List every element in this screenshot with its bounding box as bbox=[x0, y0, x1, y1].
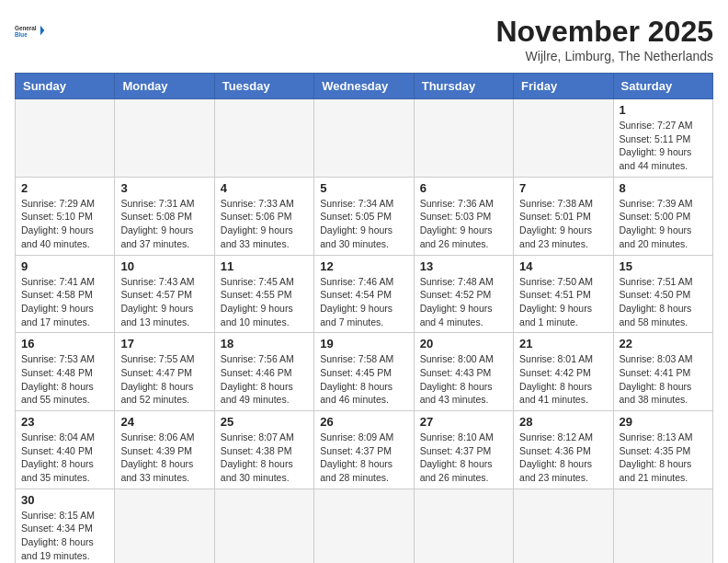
title-area: November 2025 Wijlre, Limburg, The Nethe… bbox=[495, 15, 713, 63]
day-23: 23 Sunrise: 8:04 AM Sunset: 4:40 PM Dayl… bbox=[16, 411, 115, 489]
day-9: 9 Sunrise: 7:41 AM Sunset: 4:58 PM Dayli… bbox=[16, 255, 115, 333]
day-27: 27 Sunrise: 8:10 AM Sunset: 4:37 PM Dayl… bbox=[414, 411, 513, 489]
empty-cell bbox=[514, 99, 613, 178]
header-thursday: Thursday bbox=[414, 74, 513, 99]
day-26: 26 Sunrise: 8:09 AM Sunset: 4:37 PM Dayl… bbox=[314, 411, 414, 489]
month-title: November 2025 bbox=[495, 15, 713, 49]
svg-marker-2 bbox=[40, 26, 45, 36]
day-17: 17 Sunrise: 7:55 AM Sunset: 4:47 PM Dayl… bbox=[115, 333, 214, 411]
day-18: 18 Sunrise: 7:56 AM Sunset: 4:46 PM Dayl… bbox=[214, 333, 313, 411]
location-subtitle: Wijlre, Limburg, The Netherlands bbox=[495, 49, 713, 63]
empty-cell bbox=[613, 488, 712, 563]
header-sunday: Sunday bbox=[16, 74, 115, 99]
day-28: 28 Sunrise: 8:12 AM Sunset: 4:36 PM Dayl… bbox=[514, 411, 613, 489]
day-20: 20 Sunrise: 8:00 AM Sunset: 4:43 PM Dayl… bbox=[414, 333, 513, 411]
day-5: 5 Sunrise: 7:34 AM Sunset: 5:05 PM Dayli… bbox=[314, 177, 414, 255]
day-3: 3 Sunrise: 7:31 AM Sunset: 5:08 PM Dayli… bbox=[115, 177, 214, 255]
empty-cell bbox=[115, 99, 214, 178]
day-8: 8 Sunrise: 7:39 AM Sunset: 5:00 PM Dayli… bbox=[613, 177, 712, 255]
calendar-row-2: 2 Sunrise: 7:29 AM Sunset: 5:10 PM Dayli… bbox=[16, 177, 713, 255]
day-16: 16 Sunrise: 7:53 AM Sunset: 4:48 PM Dayl… bbox=[16, 333, 115, 411]
day-10: 10 Sunrise: 7:43 AM Sunset: 4:57 PM Dayl… bbox=[115, 255, 214, 333]
day-7: 7 Sunrise: 7:38 AM Sunset: 5:01 PM Dayli… bbox=[514, 177, 613, 255]
empty-cell bbox=[214, 488, 313, 563]
calendar-header: GeneralBlue November 2025 Wijlre, Limbur… bbox=[15, 15, 713, 63]
day-21: 21 Sunrise: 8:01 AM Sunset: 4:42 PM Dayl… bbox=[514, 333, 613, 411]
empty-cell bbox=[16, 99, 115, 178]
day-30: 30 Sunrise: 8:15 AM Sunset: 4:34 PM Dayl… bbox=[16, 488, 115, 563]
svg-text:Blue: Blue bbox=[15, 31, 28, 38]
empty-cell bbox=[414, 488, 513, 563]
logo-icon: GeneralBlue bbox=[15, 15, 48, 48]
empty-cell bbox=[115, 488, 214, 563]
calendar-row-3: 9 Sunrise: 7:41 AM Sunset: 4:58 PM Dayli… bbox=[16, 255, 713, 333]
day-22: 22 Sunrise: 8:03 AM Sunset: 4:41 PM Dayl… bbox=[613, 333, 712, 411]
day-25: 25 Sunrise: 8:07 AM Sunset: 4:38 PM Dayl… bbox=[214, 411, 313, 489]
svg-text:General: General bbox=[15, 25, 37, 31]
day-19: 19 Sunrise: 7:58 AM Sunset: 4:45 PM Dayl… bbox=[314, 333, 414, 411]
day-24: 24 Sunrise: 8:06 AM Sunset: 4:39 PM Dayl… bbox=[115, 411, 214, 489]
day-15: 15 Sunrise: 7:51 AM Sunset: 4:50 PM Dayl… bbox=[613, 255, 712, 333]
day-29: 29 Sunrise: 8:13 AM Sunset: 4:35 PM Dayl… bbox=[613, 411, 712, 489]
empty-cell bbox=[514, 488, 613, 563]
calendar-row-1: 1 Sunrise: 7:27 AM Sunset: 5:11 PM Dayli… bbox=[16, 99, 713, 178]
day-2: 2 Sunrise: 7:29 AM Sunset: 5:10 PM Dayli… bbox=[16, 177, 115, 255]
calendar-table: Sunday Monday Tuesday Wednesday Thursday… bbox=[15, 73, 713, 563]
day-1: 1 Sunrise: 7:27 AM Sunset: 5:11 PM Dayli… bbox=[613, 99, 712, 178]
empty-cell bbox=[314, 488, 414, 563]
empty-cell bbox=[214, 99, 313, 178]
empty-cell bbox=[414, 99, 513, 178]
calendar-row-6: 30 Sunrise: 8:15 AM Sunset: 4:34 PM Dayl… bbox=[16, 488, 713, 563]
calendar-row-5: 23 Sunrise: 8:04 AM Sunset: 4:40 PM Dayl… bbox=[16, 411, 713, 489]
header-monday: Monday bbox=[115, 74, 214, 99]
day-13: 13 Sunrise: 7:48 AM Sunset: 4:52 PM Dayl… bbox=[414, 255, 513, 333]
day-6: 6 Sunrise: 7:36 AM Sunset: 5:03 PM Dayli… bbox=[414, 177, 513, 255]
calendar-row-4: 16 Sunrise: 7:53 AM Sunset: 4:48 PM Dayl… bbox=[16, 333, 713, 411]
header-wednesday: Wednesday bbox=[314, 74, 414, 99]
day-12: 12 Sunrise: 7:46 AM Sunset: 4:54 PM Dayl… bbox=[314, 255, 414, 333]
logo: GeneralBlue bbox=[15, 15, 48, 48]
weekday-header-row: Sunday Monday Tuesday Wednesday Thursday… bbox=[16, 74, 713, 99]
header-friday: Friday bbox=[514, 74, 613, 99]
header-tuesday: Tuesday bbox=[214, 74, 313, 99]
day-11: 11 Sunrise: 7:45 AM Sunset: 4:55 PM Dayl… bbox=[214, 255, 313, 333]
header-saturday: Saturday bbox=[613, 74, 712, 99]
day-4: 4 Sunrise: 7:33 AM Sunset: 5:06 PM Dayli… bbox=[214, 177, 313, 255]
day-14: 14 Sunrise: 7:50 AM Sunset: 4:51 PM Dayl… bbox=[514, 255, 613, 333]
empty-cell bbox=[314, 99, 414, 178]
